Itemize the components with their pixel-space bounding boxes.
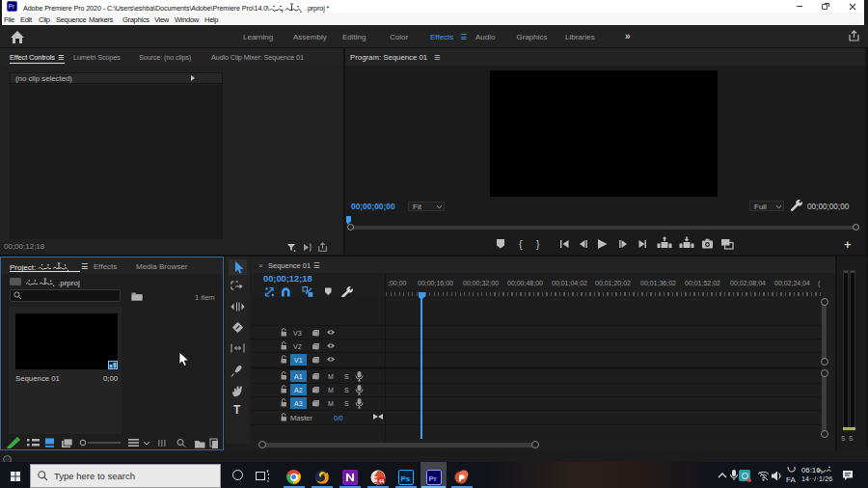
svg-text:Master: Master [290, 414, 312, 422]
svg-text:M: M [328, 373, 334, 380]
svg-text:S: S [344, 400, 349, 407]
svg-text:T: T [233, 403, 241, 417]
svg-text:M: M [328, 400, 334, 407]
svg-text:A2: A2 [294, 387, 303, 393]
svg-text:Pr: Pr [429, 474, 437, 483]
svg-text:A1: A1 [294, 373, 303, 380]
svg-text:}: } [536, 238, 540, 250]
svg-text:V2: V2 [293, 343, 302, 350]
svg-text:S: S [344, 387, 349, 393]
svg-text:V1: V1 [294, 357, 303, 364]
svg-text:44: 44 [379, 479, 385, 484]
svg-text:V3: V3 [293, 330, 302, 337]
svg-text:M: M [328, 387, 334, 393]
svg-text:{: { [519, 238, 523, 250]
svg-text:0/0: 0/0 [334, 415, 343, 421]
svg-text:S: S [344, 373, 349, 380]
svg-text:Ps: Ps [401, 474, 411, 483]
svg-text:A3: A3 [294, 400, 303, 407]
